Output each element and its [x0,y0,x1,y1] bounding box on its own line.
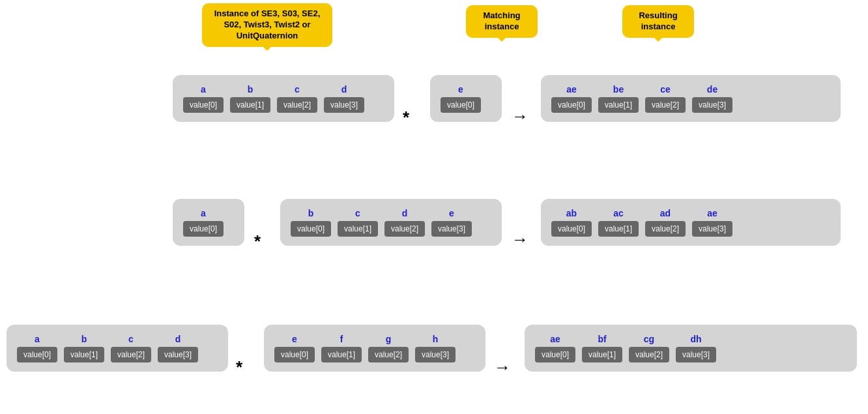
r2-cell-label-e: e [449,208,454,218]
cell-label-a: a [201,84,206,95]
cell-d: d value[3] [324,84,364,113]
r3-cell-label-c: c [128,334,134,344]
row3-left-box: a value[0] b value[1] c value[2] d value… [7,325,228,372]
tooltip-left: Instance of SE3, S03, SE2,S02, Twist3, T… [202,3,332,47]
r2-cell-label-d: d [402,208,408,218]
row2-multiply: * [254,231,261,252]
r3-cell-value-h: value[3] [415,347,456,362]
cell-label-be: be [613,84,624,95]
row1-result-box: ae value[0] be value[1] ce value[2] de v… [541,75,841,122]
r3-cell-g: g value[2] [368,334,409,362]
r3-cell-value-c: value[2] [111,347,151,362]
r2-cell-ac: ac value[1] [598,208,639,237]
cell-value-c: value[2] [277,97,317,113]
cell-value-be: value[1] [598,97,639,113]
r2-cell-value-ae: value[3] [692,221,732,237]
r3-cell-label-bf: bf [598,334,606,344]
r2-cell-d: d value[2] [384,208,425,237]
cell-label-c: c [295,84,300,95]
r3-cell-a: a value[0] [17,334,57,362]
r3-cell-f: f value[1] [321,334,362,362]
cell-b: b value[1] [230,84,270,113]
r3-cell-cg: cg value[2] [629,334,669,362]
cell-a: a value[0] [183,84,224,113]
cell-value-ae: value[0] [551,97,592,113]
cell-label-e: e [458,84,463,95]
r2-cell-value-a: value[0] [183,221,224,237]
r2-cell-label-ae: ae [707,208,717,218]
r2-cell-label-ad: ad [660,208,671,218]
r3-cell-h: h value[3] [415,334,456,362]
r3-cell-label-d: d [175,334,181,344]
r2-cell-value-d: value[2] [384,221,425,237]
r3-cell-bf: bf value[1] [582,334,622,362]
r3-cell-label-dh: dh [690,334,701,344]
r3-cell-label-e: e [292,334,297,344]
cell-label-ae: ae [566,84,577,95]
row2-result-box: ab value[0] ac value[1] ad value[2] ae v… [541,199,841,246]
r3-cell-label-a: a [35,334,40,344]
r2-cell-c: c value[1] [338,208,378,237]
r2-cell-b: b value[0] [291,208,331,237]
row3-arrow: → [494,357,511,377]
r2-cell-label-a: a [201,208,206,218]
r3-cell-value-e: value[0] [274,347,315,362]
row3-multiply: * [236,357,242,377]
r3-cell-ae: ae value[0] [535,334,575,362]
r2-cell-value-ad: value[2] [645,221,686,237]
cell-label-de: de [707,84,717,95]
r2-cell-value-b: value[0] [291,221,331,237]
r2-cell-value-c: value[1] [338,221,378,237]
row3-right-box: e value[0] f value[1] g value[2] h value… [264,325,485,372]
row1-multiply: * [403,108,409,128]
row1-arrow: → [512,106,528,126]
cell-value-d: value[3] [324,97,364,113]
cell-value-ce: value[2] [645,97,686,113]
cell-value-e: value[0] [441,97,481,113]
r2-cell-value-e: value[3] [431,221,472,237]
r3-cell-value-cg: value[2] [629,347,669,362]
tooltip-middle: Matchinginstance [466,5,538,38]
row2-arrow: → [512,229,528,250]
r3-cell-c: c value[2] [111,334,151,362]
r2-cell-label-ac: ac [613,208,624,218]
row2-right-box: b value[0] c value[1] d value[2] e value… [280,199,502,246]
cell-ae: ae value[0] [551,84,592,113]
row3-result-box: ae value[0] bf value[1] cg value[2] dh v… [525,325,857,372]
r2-cell-a: a value[0] [183,208,224,237]
r2-cell-value-ab: value[0] [551,221,592,237]
cell-be: be value[1] [598,84,639,113]
r3-cell-b: b value[1] [64,334,104,362]
cell-de: de value[3] [692,84,732,113]
r3-cell-label-cg: cg [644,334,654,344]
r3-cell-value-ae: value[0] [535,347,575,362]
cell-value-de: value[3] [692,97,732,113]
r3-cell-value-a: value[0] [17,347,57,362]
r2-cell-label-b: b [308,208,314,218]
cell-e: e value[0] [441,84,481,113]
r2-cell-ae: ae value[3] [692,208,732,237]
r3-cell-label-b: b [81,334,87,344]
cell-value-b: value[1] [230,97,270,113]
r2-cell-e: e value[3] [431,208,472,237]
r3-cell-e: e value[0] [274,334,315,362]
r3-cell-d: d value[3] [158,334,198,362]
cell-ce: ce value[2] [645,84,686,113]
cell-label-d: d [341,84,347,95]
r3-cell-value-b: value[1] [64,347,104,362]
cell-label-b: b [248,84,253,95]
cell-c: c value[2] [277,84,317,113]
cell-value-a: value[0] [183,97,224,113]
r3-cell-label-g: g [386,334,392,344]
r3-cell-dh: dh value[3] [676,334,716,362]
r2-cell-value-ac: value[1] [598,221,639,237]
r3-cell-label-ae: ae [550,334,560,344]
r3-cell-value-f: value[1] [321,347,362,362]
cell-label-ce: ce [660,84,671,95]
tooltip-right: Resultinginstance [622,5,694,38]
diagram-container: Instance of SE3, S03, SE2,S02, Twist3, T… [0,0,868,414]
r3-cell-value-d: value[3] [158,347,198,362]
r2-cell-label-c: c [355,208,360,218]
row1-right-box: e value[0] [430,75,502,122]
r3-cell-value-g: value[2] [368,347,409,362]
